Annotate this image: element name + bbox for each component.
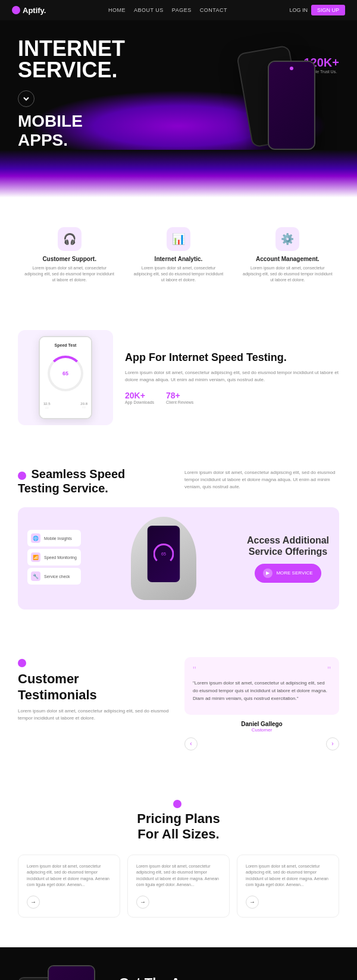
- pricing-card-0: Lorem ipsum dolor sit amet, consectetur …: [18, 855, 120, 918]
- speed-menu-item-1[interactable]: 📶 Speed Monitoring: [27, 549, 81, 566]
- app-desc: Lorem ipsum dolor sit amet, consectetur …: [125, 369, 339, 384]
- pricing-arrow-button-2[interactable]: →: [246, 896, 259, 909]
- pricing-arrow-button-1[interactable]: →: [136, 896, 149, 909]
- phone-front-screen: [269, 62, 314, 149]
- hero-section: INTERNET SERVICE. 120K+ People Trust Us.…: [0, 20, 357, 150]
- navbar: Aptify. HOME ABOUT US PAGES CONTACT LOG …: [0, 0, 357, 20]
- login-button[interactable]: LOG IN: [289, 7, 308, 13]
- speed-menu-label-0: Mobile Insights: [44, 536, 72, 541]
- phone-mockup: [208, 49, 357, 150]
- feature-desc-support: Lorem ipsum dolor sit amet, consectetur …: [24, 265, 115, 282]
- testimonial-next-button[interactable]: ›: [326, 737, 339, 750]
- testimonials-desc: Lorem ipsum dolor sit amet, consectetur …: [18, 708, 173, 722]
- pricing-card-desc-2: Lorem ipsum dolor sit amet, consectetur …: [246, 863, 330, 888]
- phone-front: [268, 61, 315, 150]
- testimonials-section: CustomerTestimonials Lorem ipsum dolor s…: [0, 639, 357, 768]
- testimonial-card: " " "Lorem ipsum dolor sit amet, consect…: [184, 657, 339, 714]
- testimonials-title: CustomerTestimonials: [18, 671, 173, 703]
- cta-phones: Aptify.: [18, 965, 107, 980]
- app-phone-inner: Speed Test 65 32.5 ↓↓ 20.8 ↑↑: [39, 336, 92, 419]
- feature-desc-analytic: Lorem ipsum dolor sit amet, consectetur …: [133, 265, 224, 282]
- hero-phones: [208, 49, 357, 150]
- more-service-button[interactable]: ▶ MORE SERVICE: [255, 564, 321, 583]
- testimonial-prev-button[interactable]: ‹: [184, 737, 198, 750]
- pricing-grid: Lorem ipsum dolor sit amet, consectetur …: [18, 855, 339, 918]
- speed-dial: 65: [154, 544, 174, 564]
- nav-link-pages[interactable]: PAGES: [172, 7, 192, 13]
- logo-dot: [12, 6, 20, 14]
- app-section: Speed Test 65 32.5 ↓↓ 20.8 ↑↑ App For In: [0, 318, 357, 437]
- phone-screen-dot: [290, 67, 293, 70]
- speed-menu-icon-2: 🔧: [31, 571, 40, 581]
- hero-title-line1: INTERNET SERVICE.: [18, 38, 167, 81]
- speed-circle: 65: [48, 356, 83, 391]
- signup-button[interactable]: SIGN UP: [311, 5, 345, 15]
- pricing-arrow-button-0[interactable]: →: [27, 896, 40, 909]
- stat-downloads-num: 20K+: [125, 391, 154, 400]
- speed-card: 🌐 Mobile Insights 📶 Speed Monitoring 🔧 S…: [18, 507, 339, 610]
- pricing-title: Pricing PlansFor All Sizes.: [18, 811, 339, 843]
- pricing-section: Pricing PlansFor All Sizes. Lorem ipsum …: [0, 780, 357, 935]
- speed-menu-icon-1: 📶: [31, 552, 40, 562]
- pricing-card-2: Lorem ipsum dolor sit amet, consectetur …: [237, 855, 339, 918]
- quote-icon-right: ": [327, 665, 331, 676]
- quote-icon-left: ": [193, 665, 196, 676]
- app-stats: 20K+ App Downloads 78+ Client Reviews: [125, 391, 339, 404]
- stat-reviews-num: 78+: [166, 391, 193, 400]
- play-icon: ▶: [263, 568, 273, 578]
- nav-logo: Aptify.: [12, 6, 46, 15]
- feature-icon-analytic: 📊: [167, 227, 190, 251]
- cta-phone-screen: Aptify.: [49, 966, 94, 980]
- feature-title-support: Customer Support.: [24, 256, 115, 262]
- stat-downloads: 20K+ App Downloads: [125, 391, 154, 404]
- scroll-button[interactable]: [18, 90, 35, 107]
- cta-phone-2: Aptify.: [48, 965, 95, 980]
- speed-purple-dot: [18, 472, 26, 480]
- app-screen-stats: 32.5 ↓↓ 20.8 ↑↑: [43, 402, 87, 409]
- stat-reviews: 78+ Client Reviews: [166, 391, 193, 404]
- author-name: Daniel Gallego: [184, 721, 339, 727]
- pricing-purple-dot: [173, 800, 181, 808]
- speed-cta: Access Additional Service Offerings ▶ MO…: [246, 535, 330, 582]
- cta-content: Get The App,Register Now! Lorem ipsum do…: [119, 975, 339, 980]
- pricing-card-desc-0: Lorem ipsum dolor sit amet, consectetur …: [27, 863, 111, 888]
- feature-item-support: 🎧 Customer Support. Lorem ipsum dolor si…: [18, 221, 121, 288]
- speed-title-area: Seamless SpeedTesting Service.: [18, 467, 173, 495]
- features-section: 🎧 Customer Support. Lorem ipsum dolor si…: [0, 197, 357, 306]
- testimonials-left: CustomerTestimonials Lorem ipsum dolor s…: [18, 657, 173, 750]
- speed-menu-icon-0: 🌐: [31, 533, 40, 543]
- stat-reviews-label: Client Reviews: [166, 400, 193, 404]
- testimonials-right: " " "Lorem ipsum dolor sit amet, consect…: [184, 657, 339, 750]
- speed-menu-item-0[interactable]: 🌐 Mobile Insights: [27, 530, 81, 546]
- author-role: Customer: [184, 727, 339, 733]
- test-purple-dot: [18, 659, 26, 667]
- speed-menu-item-2[interactable]: 🔧 Service check: [27, 568, 81, 585]
- nav-logo-text: Aptify.: [23, 6, 46, 15]
- speed-title: Seamless SpeedTesting Service.: [18, 467, 125, 495]
- nav-link-contact[interactable]: CONTACT: [200, 7, 227, 13]
- nav-links: HOME ABOUT US PAGES CONTACT: [108, 7, 227, 13]
- testimonial-author: Daniel Gallego Customer: [184, 721, 339, 733]
- stat-downloads-label: App Downloads: [125, 400, 154, 404]
- feature-title-analytic: Internet Analytic.: [133, 256, 224, 262]
- feature-desc-account: Lorem ipsum dolor sit amet, consectetur …: [242, 265, 333, 282]
- feature-icon-account: ⚙️: [275, 227, 299, 251]
- features-grid: 🎧 Customer Support. Lorem ipsum dolor si…: [18, 221, 339, 288]
- feature-title-account: Account Management.: [242, 256, 333, 262]
- testimonial-text: "Lorem ipsum dolor sit amet, consectetur…: [193, 680, 331, 702]
- speed-card-menu: 🌐 Mobile Insights 📶 Speed Monitoring 🔧 S…: [27, 530, 81, 587]
- app-title: App For Internet Speed Testing.: [125, 351, 339, 365]
- app-phone-mockup: Speed Test 65 32.5 ↓↓ 20.8 ↑↑: [18, 330, 113, 425]
- nav-link-about[interactable]: ABOUT US: [134, 7, 164, 13]
- pricing-card-desc-1: Lorem ipsum dolor sit amet, consectetur …: [136, 863, 221, 888]
- cta-title: Get The App,Register Now!: [119, 975, 339, 980]
- speed-section: Seamless SpeedTesting Service. Lorem ips…: [0, 449, 357, 627]
- app-phone-screen: Speed Test 65 32.5 ↓↓ 20.8 ↑↑: [40, 337, 91, 418]
- nav-actions: LOG IN SIGN UP: [289, 5, 345, 15]
- speed-desc: Lorem ipsum dolor sit amet, consectetur …: [184, 467, 339, 491]
- nav-link-home[interactable]: HOME: [108, 7, 126, 13]
- testimonial-nav: ‹ ›: [184, 737, 339, 750]
- speed-robot-phone: 65: [87, 517, 240, 600]
- speed-menu-label-1: Speed Monitoring: [44, 555, 77, 560]
- app-screen-title: Speed Test: [55, 343, 77, 347]
